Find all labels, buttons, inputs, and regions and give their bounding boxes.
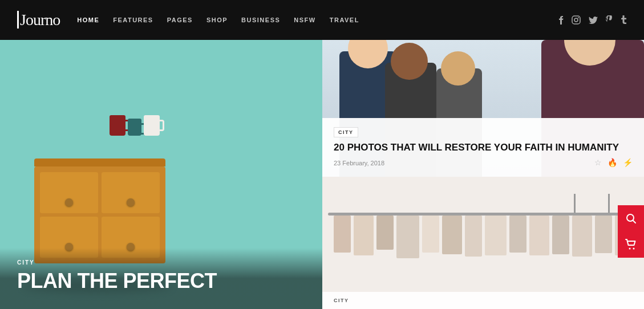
cabinet-top bbox=[34, 158, 165, 166]
fire-icon[interactable]: 🔥 bbox=[607, 158, 617, 168]
mug-red bbox=[110, 115, 125, 136]
hero-overlay: CITY PLAN THE PERFECT bbox=[0, 248, 322, 309]
garment-7 bbox=[465, 216, 482, 257]
nav-item-home[interactable]: HOME bbox=[77, 17, 99, 23]
garment-11 bbox=[552, 216, 569, 254]
social-icons bbox=[559, 15, 627, 25]
knob-2 bbox=[127, 198, 135, 206]
mug-white bbox=[144, 115, 160, 136]
header-left: Journo HOME FEATURES PAGES SHOP BUSINESS… bbox=[17, 11, 359, 29]
svg-rect-0 bbox=[572, 16, 580, 24]
logo-text: Journo bbox=[17, 11, 60, 29]
article-top-content: CITY 20 PHOTOS THAT WILL RESTORE YOUR FA… bbox=[322, 118, 644, 177]
right-column: CITY 20 PHOTOS THAT WILL RESTORE YOUR FA… bbox=[322, 40, 644, 309]
article-category-badge: CITY bbox=[334, 127, 358, 137]
hero-category-label: CITY bbox=[17, 259, 305, 266]
article-date: 23 February, 2018 bbox=[334, 160, 384, 166]
garment-9 bbox=[509, 216, 526, 253]
garment-1 bbox=[334, 216, 351, 253]
article-bottom-overlay: CITY bbox=[322, 292, 644, 309]
mug-teal bbox=[128, 119, 141, 136]
garment-12 bbox=[572, 216, 592, 257]
article-bottom-category: CITY bbox=[334, 298, 633, 303]
garment-2 bbox=[354, 216, 374, 255]
article-meta: 23 February, 2018 ☆ 🔥 ⚡ bbox=[334, 158, 633, 168]
garment-5 bbox=[422, 216, 439, 253]
svg-point-1 bbox=[574, 18, 578, 22]
hero-section[interactable]: CITY PLAN THE PERFECT bbox=[0, 40, 322, 309]
article-card-bottom[interactable]: CITY bbox=[322, 177, 644, 309]
svg-point-5 bbox=[629, 248, 631, 250]
nav-item-business[interactable]: BUSINESS bbox=[241, 17, 280, 23]
garment-13 bbox=[595, 216, 612, 253]
nav-item-travel[interactable]: TRAVEL bbox=[330, 17, 359, 23]
nav-item-pages[interactable]: PAGES bbox=[167, 17, 193, 23]
rack-bar bbox=[328, 213, 638, 216]
garment-4 bbox=[396, 216, 419, 258]
clothes-scene bbox=[322, 177, 644, 309]
tumblr-icon[interactable] bbox=[621, 15, 627, 25]
instagram-icon[interactable] bbox=[572, 15, 581, 25]
facebook-icon[interactable] bbox=[559, 15, 564, 25]
bolt-icon[interactable]: ⚡ bbox=[623, 158, 633, 168]
drawer-1 bbox=[40, 172, 98, 213]
pinterest-icon[interactable] bbox=[606, 15, 613, 25]
garment-10 bbox=[529, 216, 549, 255]
cart-float-icon bbox=[625, 239, 637, 250]
svg-point-2 bbox=[578, 17, 579, 18]
garment-3 bbox=[376, 216, 394, 250]
nav-item-shop[interactable]: SHOP bbox=[206, 17, 228, 23]
svg-line-4 bbox=[633, 221, 636, 223]
article-actions: ☆ 🔥 ⚡ bbox=[594, 158, 633, 168]
search-float-button[interactable] bbox=[618, 205, 644, 231]
star-icon[interactable]: ☆ bbox=[594, 158, 602, 168]
main-nav: HOME FEATURES PAGES SHOP BUSINESS NSFW T… bbox=[77, 17, 359, 23]
hero-title: PLAN THE PERFECT bbox=[17, 270, 305, 292]
nav-item-nsfw[interactable]: NSFW bbox=[294, 17, 315, 23]
garment-6 bbox=[442, 216, 462, 254]
site-logo[interactable]: Journo bbox=[17, 11, 60, 29]
mugs-group bbox=[110, 115, 160, 136]
garment-8 bbox=[485, 216, 507, 255]
main-content: CITY PLAN THE PERFECT CITY 20 PHOTOS THA… bbox=[0, 40, 644, 309]
header: Journo HOME FEATURES PAGES SHOP BUSINESS… bbox=[0, 0, 644, 40]
drawer-2 bbox=[102, 172, 160, 213]
rack-support-2 bbox=[574, 194, 576, 214]
search-float-icon bbox=[625, 213, 637, 224]
nav-item-features[interactable]: FEATURES bbox=[113, 17, 153, 23]
article-title: 20 PHOTOS THAT WILL RESTORE YOUR FAITH I… bbox=[334, 142, 633, 153]
cart-float-button[interactable] bbox=[618, 231, 644, 258]
article-card-top[interactable]: CITY 20 PHOTOS THAT WILL RESTORE YOUR FA… bbox=[322, 40, 644, 177]
rack-support-1 bbox=[608, 194, 610, 214]
knob-1 bbox=[65, 198, 73, 206]
svg-point-6 bbox=[633, 248, 635, 250]
twitter-icon[interactable] bbox=[589, 17, 598, 24]
